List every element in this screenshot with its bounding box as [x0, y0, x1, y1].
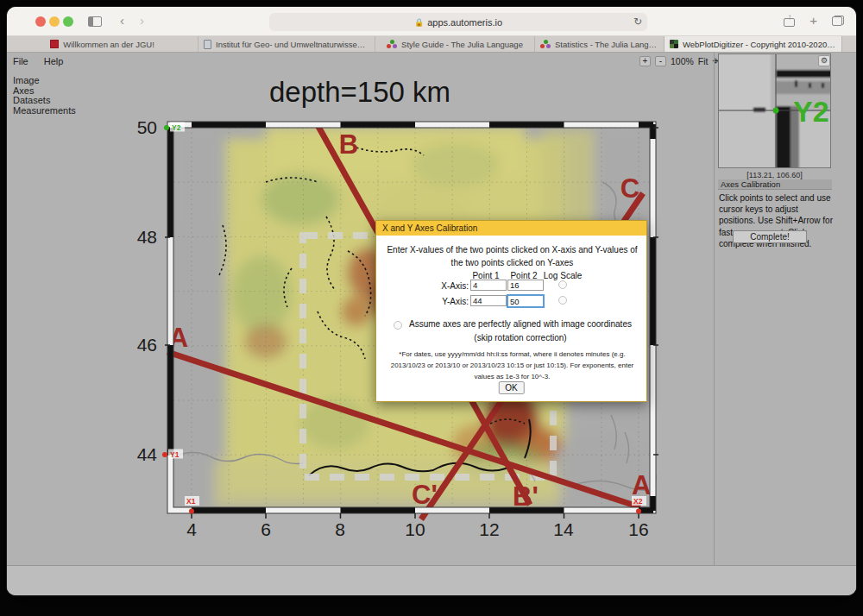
zoom-in-button[interactable]: +	[639, 56, 651, 66]
y-axis-log-checkbox[interactable]	[558, 296, 567, 305]
institut-favicon	[204, 40, 211, 49]
marker-x1[interactable]: X1	[185, 496, 199, 514]
cursor-coordinates: [113.21, 106.60]	[718, 171, 831, 179]
ok-button[interactable]: OK	[498, 381, 524, 394]
svg-text:48: 48	[137, 227, 157, 247]
label-b2: B'	[513, 481, 539, 512]
x-axis-row-label: X-Axis:	[411, 281, 469, 291]
svg-text:44: 44	[137, 444, 158, 464]
lock-icon: 🔒	[414, 18, 424, 27]
x-axis-point1-input[interactable]	[470, 280, 507, 291]
sidebar-item-measurements[interactable]: Measurements	[13, 106, 76, 116]
marker-x2[interactable]: X2	[632, 496, 646, 514]
app-menubar: File Help	[13, 56, 76, 66]
svg-text:4: 4	[186, 519, 197, 539]
menu-file[interactable]: File	[13, 56, 28, 66]
x-axis-labels: 4 6 8 10 12 14 16	[186, 519, 649, 539]
tab-julia-statistics[interactable]: Statistics - The Julia Language	[535, 36, 665, 52]
wpd-favicon	[670, 40, 678, 48]
label-c2: C'	[412, 480, 438, 510]
dialog-footnote: *For dates, use yyyy/mm/dd hh:ii:ss form…	[382, 349, 642, 383]
x-axis-point2-input[interactable]	[507, 280, 544, 291]
zoom-out-button[interactable]: -	[655, 56, 666, 66]
y-axis-labels: 50 48 46 44	[137, 117, 158, 464]
svg-text:16: 16	[628, 519, 648, 539]
preview-marker-label: Y2	[793, 95, 829, 128]
dialog-instruction: Enter X-values of the two points clicked…	[387, 243, 638, 269]
sidebar-item-image[interactable]: Image	[13, 76, 76, 86]
svg-text:10: 10	[405, 519, 425, 539]
browser-window: ‹ › 🔒 apps.automeris.io ↻ ↑ + Willkommen…	[7, 7, 856, 595]
svg-text:Y2: Y2	[172, 123, 181, 132]
figure-title: depth=150 km	[269, 76, 450, 108]
reload-icon[interactable]: ↻	[633, 16, 642, 28]
wpd-app: depth=150 km	[7, 53, 856, 595]
svg-text:X1: X1	[186, 497, 196, 506]
dialog-title[interactable]: X and Y Axes Calibration	[376, 221, 646, 236]
y-axis-point2-input[interactable]	[507, 294, 545, 308]
preview-marker-dot	[773, 108, 779, 114]
tab-julia-style-guide[interactable]: Style Guide - The Julia Language	[375, 36, 535, 52]
svg-text:6: 6	[261, 519, 271, 539]
fit-button[interactable]: Fit	[698, 56, 709, 66]
tab-overview-button[interactable]	[832, 16, 844, 26]
forward-button[interactable]: ›	[140, 13, 144, 28]
magnifier-preview: Y2	[718, 53, 831, 168]
label-a2: A'	[632, 470, 658, 500]
marker-y2[interactable]: Y2	[164, 123, 185, 132]
jgu-favicon	[50, 40, 59, 48]
assume-aligned-checkbox[interactable]	[394, 321, 402, 330]
preview-settings-button[interactable]: ⚙	[818, 55, 830, 66]
tab-jgu[interactable]: Willkommen an der JGU!	[7, 36, 198, 52]
panel-divider	[714, 53, 715, 565]
tab-institut[interactable]: Institut für Geo- und Umweltnaturwissens…	[198, 36, 375, 52]
close-window-button[interactable]	[35, 16, 46, 27]
menu-help[interactable]: Help	[44, 56, 64, 66]
y-axis-row-label: Y-Axis:	[411, 297, 469, 306]
tab-bar: Willkommen an der JGU! Institut für Geo-…	[7, 36, 856, 53]
label-c: C	[620, 173, 639, 204]
view-toolbar: + - 100% Fit ⌖	[639, 54, 719, 68]
julia-favicon	[387, 40, 397, 48]
app-sidebar: Image Axes Datasets Measurements	[13, 76, 76, 116]
marker-y1[interactable]: Y1	[162, 449, 183, 459]
page-bottom-strip	[7, 565, 856, 595]
tab-webplotdigitizer[interactable]: WebPlotDigitizer - Copyright 2010-2020 A…	[665, 36, 842, 52]
complete-button[interactable]: Complete!	[733, 230, 807, 243]
address-bar[interactable]: 🔒 apps.automeris.io ↻	[269, 13, 647, 31]
sidebar-toggle-icon[interactable]	[88, 16, 102, 27]
svg-text:X2: X2	[633, 497, 643, 506]
share-button[interactable]: ↑	[784, 14, 795, 27]
back-button[interactable]: ‹	[120, 13, 124, 28]
axes-calibration-dialog: X and Y Axes Calibration Enter X-values …	[375, 220, 647, 402]
sidebar-item-datasets[interactable]: Datasets	[13, 96, 76, 106]
label-b: B	[339, 129, 358, 160]
y-axis-point1-input[interactable]	[470, 295, 507, 306]
zoom-window-button[interactable]	[63, 16, 73, 27]
svg-text:8: 8	[335, 519, 345, 539]
julia-favicon	[540, 40, 551, 48]
new-tab-button[interactable]: +	[809, 14, 817, 27]
panel-header: Axes Calibration	[718, 179, 832, 190]
x-axis-log-checkbox[interactable]	[558, 280, 567, 289]
column-log-scale: Log Scale	[541, 271, 584, 280]
browser-titlebar: ‹ › 🔒 apps.automeris.io ↻ ↑ +	[7, 7, 856, 36]
svg-text:46: 46	[137, 335, 157, 355]
assume-aligned-label: Assume axes are perfectly aligned with i…	[406, 317, 635, 344]
svg-text:50: 50	[137, 117, 157, 137]
svg-text:14: 14	[553, 519, 574, 539]
svg-text:Y1: Y1	[170, 450, 180, 459]
svg-text:12: 12	[479, 519, 499, 539]
minimize-window-button[interactable]	[49, 16, 60, 27]
label-a: A	[169, 323, 188, 353]
zoom-level: 100%	[671, 56, 694, 66]
url-text: apps.automeris.io	[427, 17, 502, 28]
